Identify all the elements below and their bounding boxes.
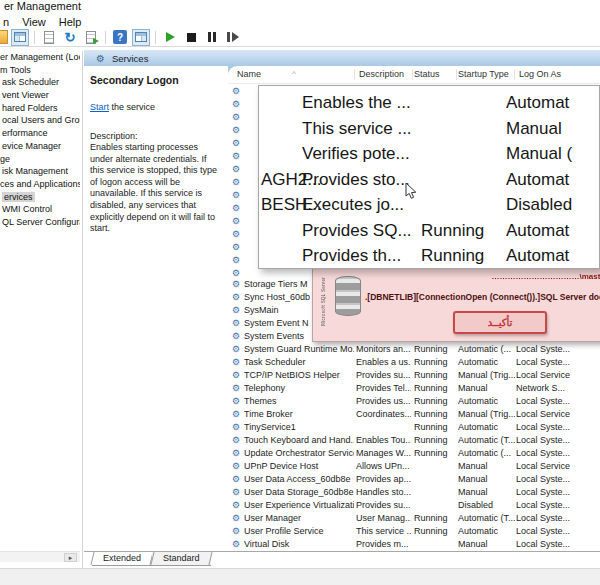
service-row[interactable]: ⚙ Touch Keyboard and Hand... Enables Tou… (228, 434, 600, 447)
service-startup-cell: Manual (Trig... (458, 369, 515, 382)
service-gear-icon: ⚙ (232, 486, 240, 499)
service-row[interactable]: ⚙ User Experience Virtualizati... Provid… (228, 499, 600, 512)
service-description-cell: User Manag... (356, 512, 411, 525)
tree-item[interactable]: WMI Control (0, 203, 80, 216)
service-gear-icon: ⚙ (232, 124, 240, 137)
tree-item[interactable]: hared Folders (0, 102, 80, 115)
tree-item[interactable]: evice Manager (0, 140, 80, 153)
service-name-cell: Time Broker (244, 408, 354, 421)
service-row[interactable]: ⚙ UPnP Device Host Allows UPn... Manual … (228, 460, 600, 473)
results-caption-bar: ⚙ Services (84, 50, 600, 66)
service-gear-icon: ⚙ (232, 189, 240, 202)
service-status-cell: Running (414, 434, 456, 447)
refresh-button[interactable]: ↻ (61, 29, 79, 46)
tree-item[interactable]: er Management (Local (0, 51, 80, 64)
service-name-cell: TinyService1 (244, 421, 354, 434)
service-logon-cell: Local Service (516, 460, 588, 473)
magnified-service-row: AGH2... Provides sto... Automat (259, 167, 599, 193)
service-gear-icon: ⚙ (232, 137, 240, 150)
service-logon-cell: Local Service (516, 408, 588, 421)
menu-item[interactable]: Help (59, 16, 82, 28)
column-header-status[interactable]: Status (414, 69, 440, 79)
service-startup-cell: Automatic (458, 395, 515, 408)
document-icon (44, 31, 54, 44)
service-description: Enables starting processes under alterna… (90, 142, 223, 235)
menu-item[interactable]: View (22, 16, 46, 28)
scroll-right-button[interactable]: ▸ (64, 553, 77, 562)
service-startup-cell: Manual (458, 486, 515, 499)
column-header-name[interactable]: Name (237, 69, 261, 79)
column-header-log-on-as[interactable]: Log On As (519, 69, 561, 79)
service-row[interactable]: ⚙ Virtual Disk Provides m... Manual Loca… (228, 538, 600, 551)
pane-splitter[interactable] (82, 51, 83, 568)
magnified-startup: Disabled (506, 192, 572, 218)
sql-server-database-icon (335, 276, 361, 316)
tree-item[interactable]: m Tools (0, 64, 80, 77)
console-tree: er Management (Localm Toolsask Scheduler… (0, 51, 80, 551)
export-button[interactable] (82, 29, 100, 46)
service-name-cell: Task Scheduler (244, 356, 354, 369)
magnified-startup: Manual (506, 116, 562, 142)
tree-item[interactable]: QL Server Configuratio (0, 216, 80, 229)
service-row[interactable]: ⚙ Update Orchestrator Service Manages W.… (228, 447, 600, 460)
service-row[interactable]: ⚙ Themes Provides us... Running Automati… (228, 395, 600, 408)
service-gear-icon: ⚙ (232, 525, 240, 538)
tree-item[interactable]: ge (0, 153, 80, 166)
tree-item[interactable]: ask Scheduler (0, 76, 80, 89)
pause-service-button[interactable] (203, 29, 221, 46)
play-icon (166, 32, 175, 42)
service-row[interactable]: ⚙ User Manager User Manag... Running Aut… (228, 512, 600, 525)
service-row[interactable]: ⚙ User Profile Service This service ... … (228, 525, 600, 538)
service-startup-cell: Disabled (458, 499, 515, 512)
service-row[interactable]: ⚙ Time Broker Coordinates... Running Man… (228, 408, 600, 421)
tree-horizontal-scrollbar[interactable]: ▸ (0, 551, 80, 562)
service-row[interactable]: ⚙ System Guard Runtime Mo... Monitors an… (228, 343, 600, 356)
service-status-cell: Running (414, 369, 456, 382)
tree-item[interactable]: vent Viewer (0, 89, 80, 102)
confirm-button[interactable]: تأكيــد (453, 311, 547, 334)
service-status-cell: Running (414, 382, 456, 395)
tree-item[interactable]: ervices (0, 191, 80, 204)
tree-item[interactable]: ocal Users and Groups (0, 114, 80, 127)
service-gear-icon: ⚙ (232, 408, 240, 421)
column-header-description[interactable]: Description (359, 69, 404, 79)
tree-item[interactable]: isk Management (0, 165, 80, 178)
show-console-tree-button[interactable] (11, 29, 29, 46)
magnified-description: Provides th... (302, 243, 401, 269)
export-list-button[interactable] (40, 29, 58, 46)
start-service-link[interactable]: Start (90, 102, 109, 112)
restart-service-button[interactable] (224, 29, 242, 46)
view-tabs: ExtendedStandard (84, 551, 600, 568)
service-row[interactable]: ⚙ TCP/IP NetBIOS Helper Provides su... R… (228, 369, 600, 382)
service-row[interactable]: ⚙ TinyService1 Running Automatic Local S… (228, 421, 600, 434)
tree-item[interactable]: erformance (0, 127, 80, 140)
service-description-cell: Manages W... (356, 447, 411, 460)
service-startup-cell: Manual (458, 460, 515, 473)
window-title: er Management (0, 0, 600, 15)
column-header-startup-type[interactable]: Startup Type (458, 69, 509, 79)
selected-service-name: Secondary Logon (90, 74, 222, 86)
start-service-button[interactable] (161, 29, 179, 46)
stop-service-button[interactable] (182, 29, 200, 46)
service-row[interactable]: ⚙ Telephony Provides Tel... Running Manu… (228, 382, 600, 395)
service-logon-cell: Local Syste... (516, 343, 588, 356)
service-status-cell: Running (414, 408, 456, 421)
service-logon-cell: Local Syste... (516, 447, 588, 460)
tree-item[interactable]: ces and Applications (0, 178, 80, 191)
service-action-line: Start the service (90, 102, 222, 112)
magnified-service-row: Verifies pote... Manual ( (259, 141, 599, 167)
service-gear-icon: ⚙ (232, 278, 240, 291)
view-tab[interactable]: Standard (152, 552, 211, 566)
help-button[interactable]: ? (111, 29, 129, 46)
menu-item[interactable]: n (3, 16, 9, 28)
toolbar-separator (105, 31, 106, 44)
view-tab[interactable]: Extended (92, 552, 152, 566)
show-action-pane-button[interactable] (132, 29, 150, 46)
service-startup-cell: Automatic (458, 421, 515, 434)
service-startup-cell: Automatic (... (458, 447, 515, 460)
magnified-status: Running (421, 243, 484, 269)
service-row[interactable]: ⚙ Task Scheduler Enables a us... Running… (228, 356, 600, 369)
service-startup-cell: Manual (458, 382, 515, 395)
service-row[interactable]: ⚙ User Data Storage_60db8e Handles sto..… (228, 486, 600, 499)
service-row[interactable]: ⚙ User Data Access_60db8e Provides ap...… (228, 473, 600, 486)
